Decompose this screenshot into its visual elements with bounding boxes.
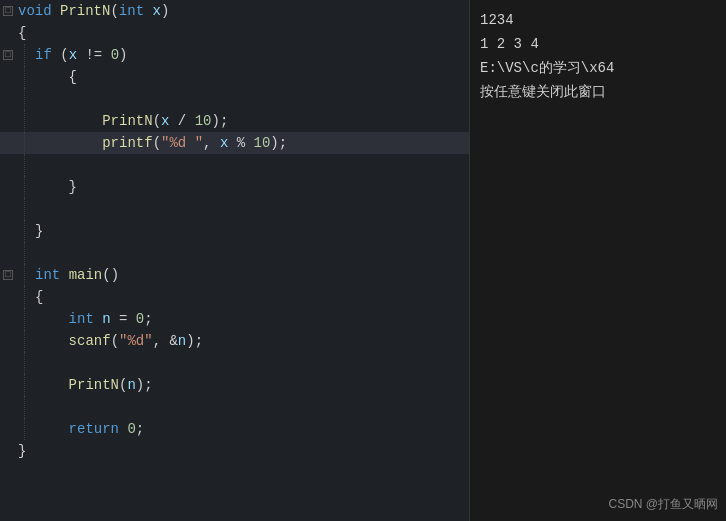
indent-guides (16, 110, 33, 132)
indent-guides (16, 286, 33, 308)
indent-guide (24, 132, 25, 154)
token-fn: scanf (69, 333, 111, 349)
token-var: n (102, 311, 110, 327)
indent-guide (24, 198, 25, 220)
token-kw: int (119, 3, 144, 19)
line-body (33, 198, 469, 220)
indent-guide (24, 220, 25, 242)
code-line: printf("%d ", x % 10); (0, 132, 469, 154)
code-line: { (0, 22, 469, 44)
token-plain: ( (153, 113, 161, 129)
token-plain: / (169, 113, 194, 129)
token-fn: PrintN (60, 3, 110, 19)
line-body (33, 396, 469, 418)
indent-guides (16, 264, 33, 286)
line-body: int main() (33, 264, 469, 286)
token-plain: % (228, 135, 253, 151)
token-var: n (178, 333, 186, 349)
token-kw: void (18, 3, 52, 19)
line-body: } (33, 176, 469, 198)
token-plain: { (18, 25, 26, 41)
output-line: E:\VS\c的学习\x64 (480, 56, 716, 80)
line-body: PrintN(n); (33, 374, 469, 396)
token-plain: != (77, 47, 111, 63)
gutter (0, 154, 16, 176)
code-line: PrintN(n); (0, 374, 469, 396)
token-plain: , (203, 135, 220, 151)
token-fn: PrintN (69, 377, 119, 393)
token-var: x (69, 47, 77, 63)
gutter (0, 286, 16, 308)
token-str: "%d " (161, 135, 203, 151)
token-plain: () (102, 267, 119, 283)
indent-guide (24, 308, 25, 330)
token-num: 10 (195, 113, 212, 129)
code-line: scanf("%d", &n); (0, 330, 469, 352)
gutter (0, 396, 16, 418)
code-line: } (0, 220, 469, 242)
indent-guides (16, 352, 33, 374)
code-line: } (0, 440, 469, 462)
fold-icon[interactable]: □ (3, 6, 13, 16)
indent-guides (16, 418, 33, 440)
code-line (0, 396, 469, 418)
indent-guides (16, 154, 33, 176)
gutter (0, 198, 16, 220)
gutter: □ (0, 264, 16, 286)
code-line (0, 242, 469, 264)
indent-guide (24, 110, 25, 132)
fold-icon[interactable]: □ (3, 50, 13, 60)
token-str: "%d" (119, 333, 153, 349)
fold-icon[interactable]: □ (3, 270, 13, 280)
indent-guides (16, 66, 33, 88)
line-body (33, 154, 469, 176)
token-kw: int (35, 267, 60, 283)
line-body: return 0; (33, 418, 469, 440)
token-fn: PrintN (102, 113, 152, 129)
csdn-watermark: CSDN @打鱼又晒网 (608, 496, 718, 513)
token-plain (35, 333, 69, 349)
token-plain (35, 113, 102, 129)
indent-guides (16, 132, 33, 154)
indent-guides (16, 308, 33, 330)
line-body: scanf("%d", &n); (33, 330, 469, 352)
gutter (0, 330, 16, 352)
code-line: return 0; (0, 418, 469, 440)
token-plain: ( (110, 3, 118, 19)
gutter (0, 374, 16, 396)
token-plain: ); (270, 135, 287, 151)
line-body: printf("%d ", x % 10); (33, 132, 469, 154)
code-line (0, 88, 469, 110)
indent-guide (24, 374, 25, 396)
gutter (0, 88, 16, 110)
line-body (33, 242, 469, 264)
indent-guide (24, 88, 25, 110)
indent-guides (16, 220, 33, 242)
token-plain: ); (136, 377, 153, 393)
indent-guides (16, 242, 33, 264)
token-num: 0 (136, 311, 144, 327)
token-plain (35, 135, 102, 151)
token-num: 10 (254, 135, 271, 151)
line-body: { (33, 66, 469, 88)
gutter (0, 176, 16, 198)
line-body: void PrintN(int x) (16, 0, 469, 22)
token-plain: { (35, 289, 43, 305)
indent-guide (24, 286, 25, 308)
code-line (0, 154, 469, 176)
token-plain: ; (136, 421, 144, 437)
indent-guides (16, 330, 33, 352)
token-plain (94, 311, 102, 327)
line-body (33, 88, 469, 110)
gutter (0, 66, 16, 88)
indent-guide (24, 44, 25, 66)
gutter (0, 242, 16, 264)
indent-guide (24, 352, 25, 374)
gutter (0, 440, 16, 462)
token-plain (52, 3, 60, 19)
code-line: int n = 0; (0, 308, 469, 330)
code-line: PrintN(x / 10); (0, 110, 469, 132)
indent-guide (24, 66, 25, 88)
indent-guide (24, 242, 25, 264)
token-plain: { (35, 69, 77, 85)
